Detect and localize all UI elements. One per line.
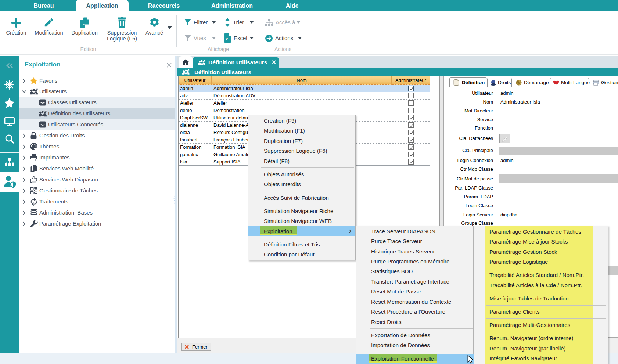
svg-text:x: x: [226, 37, 228, 41]
